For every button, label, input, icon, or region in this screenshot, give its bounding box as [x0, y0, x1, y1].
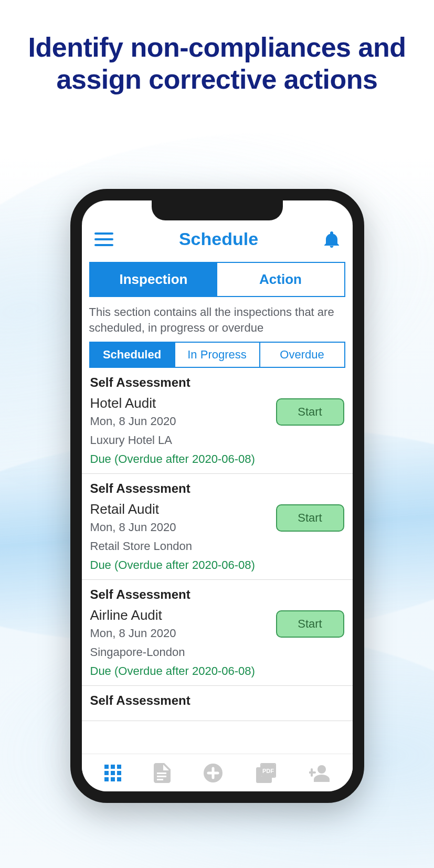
filter-segment-control: Scheduled In Progress Overdue: [89, 342, 345, 368]
app-screen: Schedule Inspection Action This section …: [82, 200, 353, 791]
svg-rect-13: [157, 776, 166, 777]
svg-rect-10: [111, 777, 115, 781]
svg-rect-5: [117, 765, 121, 769]
svg-rect-3: [104, 765, 109, 769]
item-due-status: Due (Overdue after 2020-06-08): [90, 664, 344, 678]
add-circle-icon[interactable]: [203, 763, 224, 784]
bottom-tab-bar: PDF: [82, 754, 353, 791]
filter-overdue[interactable]: Overdue: [259, 343, 344, 367]
phone-frame: Schedule Inspection Action This section …: [70, 189, 364, 803]
document-icon[interactable]: [154, 763, 171, 783]
section-description: This section contains all the inspection…: [82, 304, 353, 342]
notification-bell-icon[interactable]: [324, 231, 340, 248]
svg-point-23: [317, 765, 326, 774]
list-item[interactable]: Self Assessment: [82, 686, 353, 721]
item-due-status: Due (Overdue after 2020-06-08): [90, 558, 344, 572]
start-button[interactable]: Start: [276, 610, 344, 638]
list-item[interactable]: Self Assessment Hotel Audit Mon, 8 Jun 2…: [82, 368, 353, 474]
item-category: Self Assessment: [90, 587, 344, 602]
list-item[interactable]: Self Assessment Retail Audit Mon, 8 Jun …: [82, 474, 353, 580]
item-category: Self Assessment: [90, 481, 344, 496]
pdf-icon[interactable]: PDF: [256, 763, 277, 783]
svg-text:PDF: PDF: [262, 768, 274, 774]
svg-rect-11: [117, 777, 121, 781]
svg-rect-14: [157, 779, 163, 780]
start-button[interactable]: Start: [276, 398, 344, 426]
svg-rect-8: [117, 771, 121, 775]
phone-notch: [152, 199, 283, 220]
filter-in-progress[interactable]: In Progress: [174, 343, 259, 367]
item-category: Self Assessment: [90, 693, 344, 708]
item-location: Retail Store London: [90, 539, 344, 553]
svg-rect-6: [104, 771, 109, 775]
add-person-icon[interactable]: [309, 764, 330, 782]
list-item[interactable]: Self Assessment Airline Audit Mon, 8 Jun…: [82, 580, 353, 686]
main-segment-control: Inspection Action: [89, 262, 345, 297]
marketing-headline: Identify non-compliances and assign corr…: [23, 31, 411, 96]
page-title: Schedule: [179, 229, 258, 249]
tab-action[interactable]: Action: [217, 263, 344, 296]
inspection-list[interactable]: Self Assessment Hotel Audit Mon, 8 Jun 2…: [82, 368, 353, 754]
grid-apps-icon[interactable]: [104, 764, 122, 782]
svg-rect-9: [104, 777, 109, 781]
item-location: Luxury Hotel LA: [90, 433, 344, 447]
tab-inspection[interactable]: Inspection: [90, 263, 217, 296]
item-due-status: Due (Overdue after 2020-06-08): [90, 452, 344, 466]
svg-rect-12: [157, 772, 166, 774]
svg-rect-4: [111, 765, 115, 769]
item-category: Self Assessment: [90, 375, 344, 390]
hamburger-menu-icon[interactable]: [94, 232, 113, 247]
svg-rect-7: [111, 771, 115, 775]
item-location: Singapore-London: [90, 645, 344, 659]
start-button[interactable]: Start: [276, 504, 344, 532]
filter-scheduled[interactable]: Scheduled: [90, 343, 174, 367]
